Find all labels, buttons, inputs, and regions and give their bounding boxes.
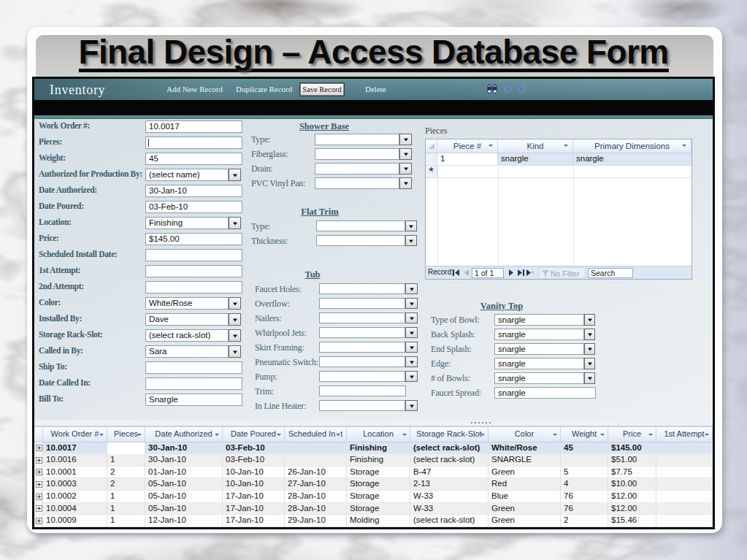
svg-text:*: * bbox=[532, 269, 535, 276]
